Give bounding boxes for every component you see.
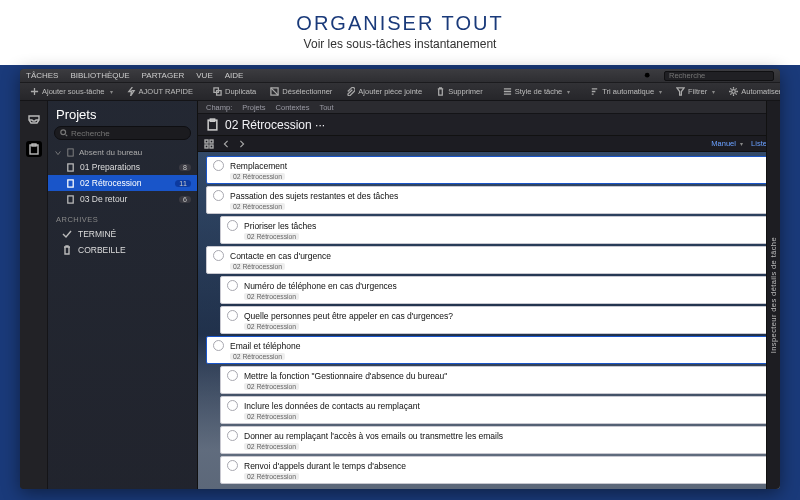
grid-icon[interactable] xyxy=(204,139,214,149)
sidebar-search-input[interactable] xyxy=(71,129,185,138)
clipboard-icon xyxy=(66,195,75,204)
task-checkbox[interactable] xyxy=(227,460,238,471)
trash-icon xyxy=(62,245,72,255)
left-rail xyxy=(20,101,48,489)
task-row[interactable]: Contacte en cas d'urgence02 Rétrocession xyxy=(206,246,768,274)
duplicate-label: Duplicata xyxy=(225,87,256,96)
filter-button[interactable]: Filtrer▾ xyxy=(672,86,719,97)
task-row[interactable]: Quelle personnes peut être appeler en ca… xyxy=(220,306,768,334)
task-project-tag: 02 Rétrocession xyxy=(244,383,299,390)
add-subtask-button[interactable]: Ajouter sous-tâche▾ xyxy=(26,86,117,97)
rail-projects-button[interactable] xyxy=(26,141,42,157)
project-header: 02 Rétrocession ··· xyxy=(198,114,780,136)
svg-rect-29 xyxy=(210,145,213,148)
task-list: Remplacement02 RétrocessionPassation des… xyxy=(198,152,780,489)
delete-button[interactable]: Supprimer xyxy=(432,86,487,97)
sidebar-group-away[interactable]: Absent du bureau xyxy=(48,146,197,159)
task-checkbox[interactable] xyxy=(213,160,224,171)
sort-button[interactable]: Tri automatique▾ xyxy=(586,86,666,97)
search-icon xyxy=(60,129,68,137)
task-row[interactable]: Prioriser les tâches02 Rétrocession xyxy=(220,216,768,244)
hero-subtitle: Voir les sous-tâches instantanement xyxy=(0,37,800,51)
task-checkbox[interactable] xyxy=(227,280,238,291)
task-title: Passation des sujets restantes et des tâ… xyxy=(230,191,398,201)
breadcrumb: Champ: Projets Contextes Tout xyxy=(198,101,780,114)
task-project-tag: 02 Rétrocession xyxy=(244,293,299,300)
sort-mode-manual[interactable]: Manuel ▾ xyxy=(711,139,743,148)
task-title: Remplacement xyxy=(230,161,287,171)
clipboard-icon xyxy=(66,179,75,188)
sidebar-search[interactable] xyxy=(54,126,191,140)
sidebar-item-retrocession[interactable]: 02 Rétrocession 11 xyxy=(48,175,197,191)
svg-line-7 xyxy=(271,88,278,95)
crumb-contexts[interactable]: Contextes xyxy=(276,103,310,112)
task-row[interactable]: Passation des sujets restantes et des tâ… xyxy=(206,186,768,214)
chevron-left-icon[interactable] xyxy=(222,140,230,148)
menu-help[interactable]: AIDE xyxy=(225,71,244,80)
sidebar-group-label: Absent du bureau xyxy=(79,148,142,157)
task-row[interactable]: Email et téléphone02 Rétrocession xyxy=(206,336,768,364)
gear-icon xyxy=(729,87,738,96)
marketing-hero: ORGANISER TOUT Voir les sous-tâches inst… xyxy=(0,0,800,65)
plus-icon xyxy=(30,87,39,96)
task-project-tag: 02 Rétrocession xyxy=(230,263,285,270)
task-row[interactable]: Remplacement02 Rétrocession xyxy=(206,156,768,184)
task-project-tag: 02 Rétrocession xyxy=(244,413,299,420)
task-row[interactable]: Donner au remplaçant l'accès à vos email… xyxy=(220,426,768,454)
task-checkbox[interactable] xyxy=(227,220,238,231)
task-project-tag: 02 Rétrocession xyxy=(244,323,299,330)
quick-add-button[interactable]: AJOUT RAPIDE xyxy=(123,86,197,97)
task-row[interactable]: Mettre la fonction "Gestionnaire d'absen… xyxy=(220,366,768,394)
rail-inbox-button[interactable] xyxy=(26,111,42,127)
task-checkbox[interactable] xyxy=(227,400,238,411)
sidebar-item-label: 02 Rétrocession xyxy=(80,178,141,188)
task-checkbox[interactable] xyxy=(213,250,224,261)
app-window: TÂCHES BIBLIOTHÈQUE PARTAGER VUE AIDE Aj… xyxy=(20,69,780,489)
global-search-input[interactable] xyxy=(664,71,774,81)
sidebar-section-archives: ARCHIVES xyxy=(48,213,197,226)
task-row[interactable]: Renvoi d'appels durant le temps d'absenc… xyxy=(220,456,768,484)
attach-label: Ajouter pièce jointe xyxy=(358,87,422,96)
inbox-icon xyxy=(28,113,40,125)
sidebar-item-preparations[interactable]: 01 Preparations 8 xyxy=(48,159,197,175)
search-icon xyxy=(644,72,652,80)
task-checkbox[interactable] xyxy=(227,430,238,441)
menu-library[interactable]: BIBLIOTHÈQUE xyxy=(70,71,129,80)
automate-button[interactable]: Automatiser▾ xyxy=(725,86,780,97)
task-checkbox[interactable] xyxy=(213,340,224,351)
menu-tasks[interactable]: TÂCHES xyxy=(26,71,58,80)
task-checkbox[interactable] xyxy=(213,190,224,201)
chevron-right-icon[interactable] xyxy=(238,140,246,148)
attach-button[interactable]: Ajouter pièce jointe xyxy=(342,86,426,97)
inspector-handle[interactable]: Inspecteur des détails de tâche xyxy=(766,101,780,489)
sidebar-item-label: 03 De retour xyxy=(80,194,127,204)
crumb-projects[interactable]: Projets xyxy=(242,103,265,112)
task-style-button[interactable]: Style de tâche▾ xyxy=(499,86,575,97)
svg-point-18 xyxy=(61,130,66,135)
chevron-down-icon xyxy=(54,149,62,157)
task-title: Contacte en cas d'urgence xyxy=(230,251,331,261)
task-title: Donner au remplaçant l'accès à vos email… xyxy=(244,431,503,441)
menu-view[interactable]: VUE xyxy=(196,71,212,80)
task-row[interactable]: Numéro de téléphone en cas d'urgences02 … xyxy=(220,276,768,304)
sidebar-trash[interactable]: CORBEILLE xyxy=(48,242,197,258)
menu-bar: TÂCHES BIBLIOTHÈQUE PARTAGER VUE AIDE xyxy=(20,69,780,83)
svg-rect-23 xyxy=(68,195,73,202)
crumb-all[interactable]: Tout xyxy=(319,103,333,112)
task-title: Numéro de téléphone en cas d'urgences xyxy=(244,281,397,291)
menu-share[interactable]: PARTAGER xyxy=(142,71,185,80)
task-project-tag: 02 Rétrocession xyxy=(230,353,285,360)
duplicate-button[interactable]: Duplicata xyxy=(209,86,260,97)
sidebar-item-retour[interactable]: 03 De retour 6 xyxy=(48,191,197,207)
svg-rect-28 xyxy=(205,145,208,148)
deselect-label: Désélectionner xyxy=(282,87,332,96)
task-checkbox[interactable] xyxy=(227,370,238,381)
sidebar-done[interactable]: TERMINÉ xyxy=(48,226,197,242)
task-project-tag: 02 Rétrocession xyxy=(244,473,299,480)
view-subbar: Manuel ▾ Liste ▾ xyxy=(198,136,780,152)
task-row[interactable]: Inclure les données de contacts au rempl… xyxy=(220,396,768,424)
task-title: Email et téléphone xyxy=(230,341,300,351)
sort-label: Tri automatique xyxy=(602,87,654,96)
task-checkbox[interactable] xyxy=(227,310,238,321)
deselect-button[interactable]: Désélectionner xyxy=(266,86,336,97)
